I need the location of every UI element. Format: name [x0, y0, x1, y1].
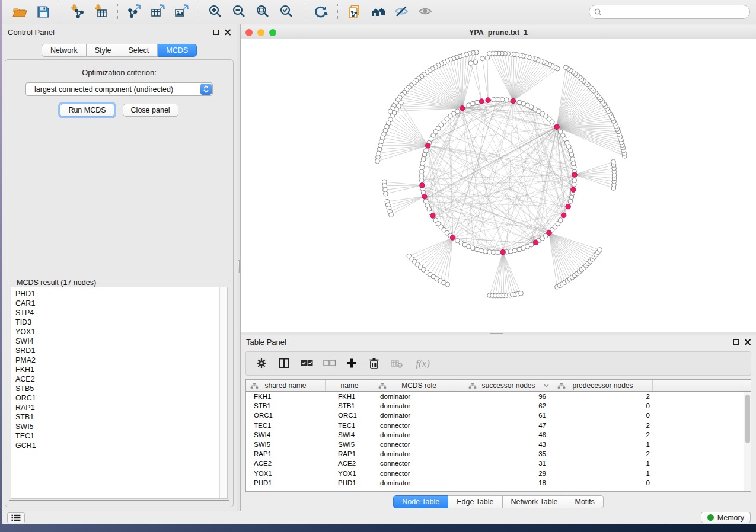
export-image-button[interactable]	[170, 2, 194, 21]
result-node[interactable]: GCR1	[15, 441, 219, 450]
result-node[interactable]: CAR1	[15, 299, 219, 308]
table-row[interactable]: PHD1 PHD1 dominator 18 0	[246, 478, 751, 488]
clone-network-button[interactable]	[343, 2, 366, 21]
tab-edge-table[interactable]: Edge Table	[448, 495, 502, 508]
first-neighbors-button[interactable]	[366, 2, 390, 21]
table-row[interactable]: RAP1 RAP1 dominator 35 2	[246, 449, 751, 459]
result-node[interactable]: PMA2	[15, 355, 219, 365]
tab-motifs[interactable]: Motifs	[566, 495, 603, 508]
minimize-window-icon[interactable]	[257, 29, 264, 36]
table-row[interactable]: ACE2 ACE2 connector 31 1	[246, 459, 751, 468]
close-panel-button[interactable]: Close panel	[123, 104, 178, 117]
result-node[interactable]: SRD1	[15, 346, 219, 355]
export-table-button[interactable]	[146, 2, 170, 21]
toolbar-separator	[199, 4, 199, 20]
import-table-button[interactable]	[89, 2, 113, 21]
table-settings-button[interactable]	[252, 355, 271, 373]
import-network-button[interactable]	[65, 2, 89, 21]
tab-node-table[interactable]: Node Table	[393, 495, 448, 508]
optimization-criterion-select[interactable]: largest connected component (undirected)	[25, 82, 213, 96]
cell-predecessor-nodes: 0	[553, 479, 653, 486]
result-node[interactable]: FKH1	[15, 365, 219, 374]
add-column-button[interactable]	[342, 355, 361, 373]
zoom-out-button[interactable]	[228, 2, 251, 21]
search-input[interactable]	[605, 8, 745, 16]
table-row[interactable]: TEC1 TEC1 connector 47 2	[246, 421, 751, 430]
cell-name: ACE2	[326, 460, 374, 467]
scrollbar-thumb[interactable]	[745, 395, 750, 443]
add-column-icon	[345, 357, 359, 370]
result-node[interactable]: SWI4	[15, 336, 219, 346]
result-node[interactable]: TID3	[15, 318, 219, 327]
column-header-predecessor-nodes[interactable]: predecessor nodes	[553, 380, 653, 391]
result-node[interactable]: STB1	[15, 412, 219, 422]
cell-predecessor-nodes: 2	[553, 422, 653, 429]
function-builder-icon: f(x)	[416, 358, 430, 370]
result-node[interactable]: SWI5	[15, 422, 219, 431]
zoom-selected-button[interactable]	[275, 2, 299, 21]
export-network-button[interactable]	[123, 2, 146, 21]
open-session-button[interactable]	[8, 2, 31, 21]
run-mcds-button[interactable]: Run MCDS	[60, 104, 114, 117]
result-node[interactable]: RAP1	[15, 403, 219, 412]
zoom-window-icon[interactable]	[269, 29, 276, 36]
float-panel-icon[interactable]	[733, 339, 739, 345]
mcds-result-list[interactable]: PHD1CAR1STP4TID3YOX1SWI4SRD1PMA2FKH1ACE2…	[11, 287, 228, 499]
column-header-successor-nodes[interactable]: successor nodes	[464, 380, 553, 391]
tab-network-table[interactable]: Network Table	[503, 495, 567, 508]
table-row[interactable]: SWI5 SWI5 connector 43 1	[246, 440, 751, 449]
float-panel-icon[interactable]	[213, 30, 219, 35]
table-row[interactable]: ORC1 ORC1 dominator 61 0	[246, 411, 751, 420]
cell-mcds-role: connector	[374, 441, 464, 448]
result-node[interactable]: STP4	[15, 308, 219, 318]
column-header-filler	[653, 380, 751, 391]
splitter-grip[interactable]	[238, 260, 240, 273]
result-scrollbar[interactable]	[219, 287, 227, 498]
task-history-button[interactable]	[7, 512, 25, 523]
hierarchy-icon	[468, 382, 477, 389]
save-session-button[interactable]	[31, 2, 55, 21]
refresh-layout-button[interactable]	[309, 2, 333, 21]
table-scrollbar[interactable]	[744, 392, 751, 491]
result-node[interactable]: PHD1	[15, 289, 219, 299]
deselect-all-button[interactable]	[320, 355, 339, 373]
delete-column-button[interactable]	[365, 355, 384, 373]
hide-selected-button[interactable]	[390, 2, 414, 21]
close-panel-icon[interactable]	[224, 29, 231, 36]
cell-mcds-role: dominator	[374, 393, 464, 400]
tab-network[interactable]: Network	[42, 44, 87, 57]
tab-style[interactable]: Style	[87, 44, 120, 57]
result-node[interactable]: YOX1	[15, 327, 219, 336]
cell-shared-name: TEC1	[246, 422, 326, 429]
show-columns-button[interactable]	[275, 355, 294, 373]
close-window-icon[interactable]	[245, 29, 253, 36]
table-row[interactable]: SWI4 SWI4 dominator 46 2	[246, 430, 751, 440]
search-box[interactable]	[589, 5, 750, 19]
result-node[interactable]: TEC1	[15, 431, 219, 441]
close-panel-icon[interactable]	[744, 339, 751, 345]
horizontal-splitter[interactable]	[241, 332, 756, 335]
cell-predecessor-nodes: 0	[553, 402, 653, 409]
result-node[interactable]: STB5	[15, 384, 219, 393]
table-row[interactable]: FKH1 FKH1 dominator 96 2	[246, 392, 751, 401]
tab-select[interactable]: Select	[120, 44, 158, 57]
column-header-MCDS-role[interactable]: MCDS role	[374, 380, 464, 391]
memory-button[interactable]: Memory	[701, 512, 751, 523]
splitter-grip[interactable]	[490, 333, 503, 334]
select-all-button[interactable]	[297, 355, 316, 373]
result-node[interactable]: ACE2	[15, 374, 219, 384]
result-node[interactable]: ORC1	[15, 393, 219, 403]
table-row[interactable]: YOX1 YOX1 connector 29 1	[246, 469, 751, 478]
network-canvas[interactable]	[241, 39, 756, 332]
zoom-fit-button[interactable]	[251, 2, 275, 21]
vertical-splitter[interactable]	[237, 24, 241, 511]
table-row[interactable]: STB1 STB1 dominator 62 0	[246, 401, 751, 411]
cell-name: SWI5	[326, 441, 374, 448]
tab-mcds[interactable]: MCDS	[158, 44, 197, 57]
export-image-icon	[174, 4, 190, 20]
show-all-button[interactable]	[414, 2, 438, 21]
column-header-name[interactable]: name	[326, 380, 374, 391]
column-header-shared-name[interactable]: shared name	[246, 380, 326, 391]
zoom-in-button[interactable]	[204, 2, 228, 21]
selected-option: largest connected component (undirected)	[26, 85, 200, 94]
